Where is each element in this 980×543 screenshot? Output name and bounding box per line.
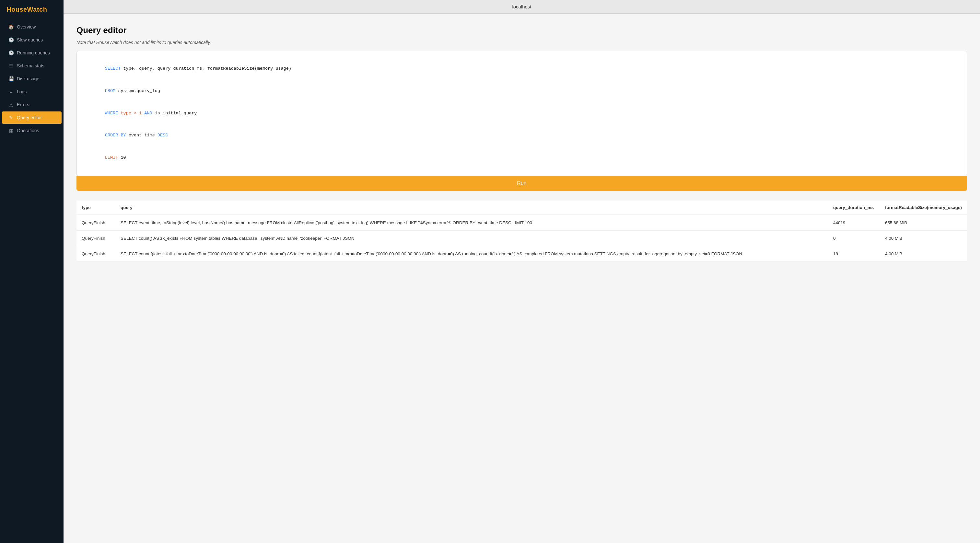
clock-icon: 🕐 [8, 37, 14, 43]
col-header-query: query [115, 200, 828, 215]
table-row: QueryFinish SELECT countIf(latest_fail_t… [76, 246, 967, 262]
server-name: localhost [512, 4, 531, 10]
disk-icon: 💾 [8, 76, 14, 81]
table-row: QueryFinish SELECT event_time, toString(… [76, 215, 967, 231]
query-line-4: ORDER BY event_time DESC [84, 124, 959, 147]
home-icon: 🏠 [8, 24, 14, 30]
run-button[interactable]: Run [76, 176, 967, 191]
cell-type: QueryFinish [76, 215, 115, 231]
query-line-3: WHERE type > 1 AND is_initial_query [84, 102, 959, 125]
sidebar-item-schema-stats[interactable]: ☰ Schema stats [2, 60, 62, 72]
sidebar-item-label: Query editor [17, 115, 42, 120]
sidebar-item-label: Logs [17, 89, 27, 94]
sidebar-item-logs[interactable]: ≡ Logs [2, 86, 62, 98]
keyword-select: SELECT [105, 66, 121, 71]
cell-duration: 0 [828, 231, 880, 246]
col-header-size: formatReadableSize(memory_usage) [880, 200, 967, 215]
cell-duration: 18 [828, 246, 880, 262]
main-content: localhost Query editor Note that HouseWa… [64, 0, 980, 543]
sidebar-item-query-editor[interactable]: ✎ Query editor [2, 111, 62, 124]
page-title: Query editor [76, 25, 967, 35]
sidebar-item-slow-queries[interactable]: 🕐 Slow queries [2, 34, 62, 46]
cell-size: 655.68 MiB [880, 215, 967, 231]
query-line-2: FROM system.query_log [84, 80, 959, 102]
sidebar-item-label: Running queries [17, 50, 50, 56]
keyword-where: WHERE [105, 111, 118, 116]
keyword-limit: LIMIT [105, 155, 118, 160]
sidebar-item-overview[interactable]: 🏠 Overview [2, 21, 62, 33]
keyword-from: FROM [105, 89, 115, 93]
sidebar-item-label: Operations [17, 128, 39, 133]
cell-size: 4.00 MiB [880, 246, 967, 262]
col-header-type: type [76, 200, 115, 215]
cell-duration: 44019 [828, 215, 880, 231]
cell-query: SELECT count() AS zk_exists FROM system.… [115, 231, 828, 246]
logs-icon: ≡ [8, 89, 14, 94]
query-line-5: LIMIT 10 [84, 147, 959, 169]
topbar: localhost [64, 0, 980, 14]
table-icon: ☰ [8, 63, 14, 68]
sidebar-item-errors[interactable]: △ Errors [2, 98, 62, 111]
sidebar-item-operations[interactable]: ▦ Operations [2, 124, 62, 137]
sidebar-item-label: Errors [17, 102, 29, 107]
query-editor-box[interactable]: SELECT type, query, query_duration_ms, f… [76, 51, 967, 176]
sidebar-item-label: Schema stats [17, 63, 45, 68]
sidebar-item-label: Disk usage [17, 76, 39, 81]
page-note: Note that HouseWatch does not add limits… [76, 40, 967, 45]
warning-icon: △ [8, 102, 14, 107]
col-header-duration: query_duration_ms [828, 200, 880, 215]
cell-type: QueryFinish [76, 231, 115, 246]
cell-query: SELECT event_time, toString(level) level… [115, 215, 828, 231]
keyword-orderby: ORDER BY [105, 133, 126, 138]
results-table: type query query_duration_ms formatReada… [76, 200, 967, 262]
sidebar-item-running-queries[interactable]: 🕐 Running queries [2, 47, 62, 59]
table-header-row: type query query_duration_ms formatReada… [76, 200, 967, 215]
table-row: QueryFinish SELECT count() AS zk_exists … [76, 231, 967, 246]
edit-icon: ✎ [8, 115, 14, 120]
sidebar-item-label: Overview [17, 24, 36, 30]
sidebar-item-disk-usage[interactable]: 💾 Disk usage [2, 73, 62, 85]
cell-size: 4.00 MiB [880, 231, 967, 246]
content-area: Query editor Note that HouseWatch does n… [64, 14, 980, 543]
query-line-1: SELECT type, query, query_duration_ms, f… [84, 58, 959, 80]
sidebar-item-label: Slow queries [17, 37, 43, 43]
app-logo: HouseWatch [0, 0, 64, 21]
cell-query: SELECT countIf(latest_fail_time>toDateTi… [115, 246, 828, 262]
cell-type: QueryFinish [76, 246, 115, 262]
clock-icon: 🕐 [8, 50, 14, 56]
sidebar: HouseWatch 🏠 Overview 🕐 Slow queries 🕐 R… [0, 0, 64, 543]
operations-icon: ▦ [8, 128, 14, 133]
